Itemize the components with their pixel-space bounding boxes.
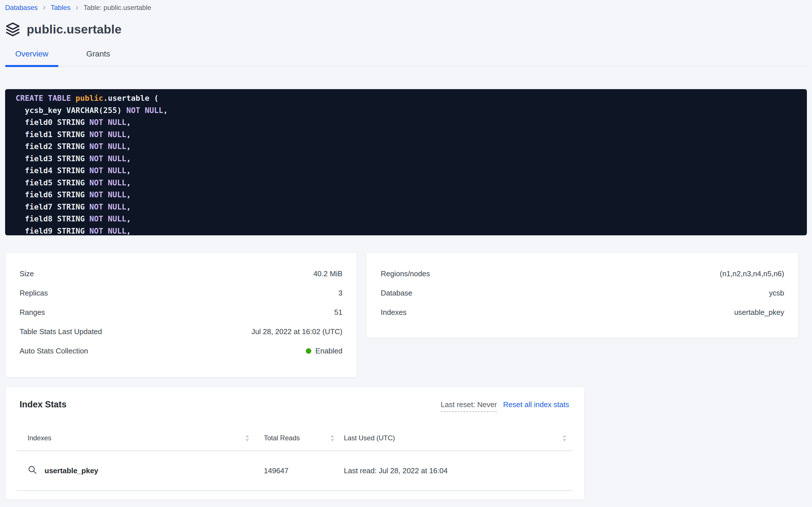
- stat-value: 3: [338, 289, 342, 297]
- sql-token: ,: [126, 178, 131, 187]
- column-header-last-used-utc-[interactable]: Last Used (UTC): [335, 434, 572, 442]
- sql-token: ,: [126, 166, 131, 175]
- last-reset-label[interactable]: Last reset: Never: [441, 400, 497, 412]
- sql-code-line: field8 STRING NOT NULL,: [16, 213, 801, 225]
- search-icon: [27, 465, 37, 476]
- total-reads-cell: 149647: [250, 466, 335, 475]
- stat-value: 40.2 MiB: [313, 269, 342, 278]
- chevron-right-icon: ›: [75, 3, 78, 11]
- stat-value-text: Enabled: [315, 347, 342, 355]
- sql-token: ,: [126, 118, 131, 127]
- breadcrumb-link-tables[interactable]: Tables: [51, 4, 70, 12]
- sql-token: ,: [126, 214, 131, 223]
- column-header-total-reads[interactable]: Total Reads: [250, 434, 335, 442]
- stat-label: Replicas: [19, 289, 48, 297]
- sql-token: ,: [163, 106, 168, 115]
- stat-row: Replicas3: [5, 283, 357, 302]
- stat-value-text: 51: [334, 308, 342, 317]
- stat-row: Auto Stats CollectionEnabled: [5, 341, 357, 360]
- stat-row: Ranges51: [5, 302, 357, 322]
- page-title: public.usertable: [27, 22, 122, 36]
- sort-icon[interactable]: [245, 434, 250, 442]
- stat-label: Size: [19, 269, 34, 278]
- sql-code-line: field4 STRING NOT NULL,: [16, 165, 801, 177]
- stat-value-text: (n1,n2,n3,n4,n5,n6): [720, 269, 784, 278]
- sql-token: field5 STRING: [16, 178, 89, 187]
- stat-value: Jul 28, 2022 at 16:02 (UTC): [251, 327, 342, 336]
- layers-icon: [5, 21, 20, 37]
- stat-row: Indexesusertable_pkey: [367, 302, 798, 322]
- sql-code-line: field5 STRING NOT NULL,: [16, 177, 801, 189]
- sql-code-line: field7 STRING NOT NULL,: [16, 201, 801, 213]
- sql-code-line: field2 STRING NOT NULL,: [16, 140, 801, 153]
- tab-bar: Overview Grants: [5, 49, 807, 66]
- stat-row: Regions/nodes(n1,n2,n3,n4,n5,n6): [367, 264, 798, 283]
- column-header-label: Total Reads: [264, 434, 300, 442]
- index-stats-row: usertable_pkey149647Last read: Jul 28, 2…: [17, 451, 572, 491]
- stat-row: Size40.2 MiB: [5, 264, 357, 283]
- summary-cards: Size40.2 MiBReplicas3Ranges51Table Stats…: [5, 252, 807, 377]
- sql-token: ,: [126, 227, 131, 235]
- stat-row: Table Stats Last UpdatedJul 28, 2022 at …: [5, 322, 357, 341]
- stat-label: Database: [381, 289, 412, 297]
- tab-grants[interactable]: Grants: [75, 49, 121, 66]
- sql-token: ycsb_key VARCHAR(255): [16, 106, 126, 115]
- stat-value: usertable_pkey: [734, 308, 784, 317]
- sql-token: NOT NULL: [89, 130, 126, 139]
- sql-code-line: CREATE TABLE public.usertable (: [16, 92, 801, 105]
- sql-token: ,: [126, 203, 131, 211]
- sql-token: NOT NULL: [89, 214, 126, 223]
- sql-code-line: field0 STRING NOT NULL,: [16, 116, 801, 129]
- stat-value: (n1,n2,n3,n4,n5,n6): [720, 269, 784, 278]
- sql-token: ,: [126, 154, 131, 163]
- sort-icon[interactable]: [330, 434, 335, 442]
- sql-token: field4 STRING: [16, 166, 89, 175]
- stat-label: Ranges: [19, 308, 45, 317]
- column-header-label: Indexes: [27, 434, 51, 442]
- sql-token: ,: [126, 142, 131, 151]
- sql-token: NOT NULL: [89, 203, 126, 211]
- sql-code-line: ycsb_key VARCHAR(255) NOT NULL,: [16, 105, 801, 117]
- stat-label: Indexes: [381, 308, 407, 317]
- column-header-indexes[interactable]: Indexes: [17, 434, 250, 442]
- tab-overview[interactable]: Overview: [5, 49, 58, 66]
- sql-token: NOT NULL: [89, 190, 126, 199]
- reset-index-stats-link[interactable]: Reset all index stats: [503, 400, 569, 409]
- stat-label: Auto Stats Collection: [19, 347, 88, 355]
- stat-value-text: 40.2 MiB: [313, 269, 342, 278]
- sql-code-line: field6 STRING NOT NULL,: [16, 189, 801, 201]
- sql-token: ,: [126, 130, 131, 139]
- stat-value: 51: [334, 308, 342, 317]
- stat-value-text: Jul 28, 2022 at 16:02 (UTC): [251, 327, 342, 336]
- sql-token: public: [75, 94, 103, 103]
- stat-label: Table Stats Last Updated: [19, 327, 102, 336]
- stat-label: Regions/nodes: [381, 269, 430, 278]
- sql-token: field8 STRING: [16, 214, 89, 223]
- index-stats-controls: Last reset: Never Reset all index stats: [441, 399, 569, 412]
- create-table-sql-block: CREATE TABLE public.usertable ( ycsb_key…: [5, 89, 807, 235]
- stat-value: Enabled: [306, 347, 342, 355]
- last-used-cell: Last read: Jul 28, 2022 at 16:04: [335, 466, 572, 475]
- sql-token: CREATE TABLE: [16, 94, 75, 103]
- chevron-right-icon: ›: [43, 3, 46, 11]
- sql-token: field7 STRING: [16, 203, 89, 211]
- sql-code-line: field3 STRING NOT NULL,: [16, 153, 801, 165]
- sql-token: .usertable (: [103, 94, 159, 103]
- index-name: usertable_pkey: [45, 466, 98, 475]
- sql-token: field6 STRING: [16, 190, 89, 199]
- sql-token: NOT NULL: [89, 142, 126, 151]
- index-name-cell[interactable]: usertable_pkey: [17, 465, 250, 476]
- table-details-page: Databases›Tables›Table: public.usertable…: [0, 0, 812, 500]
- sql-token: field0 STRING: [16, 118, 89, 127]
- sql-token: NOT NULL: [89, 154, 126, 163]
- sql-token: ,: [126, 190, 131, 199]
- index-stats-table: IndexesTotal ReadsLast Used (UTC) userta…: [17, 426, 572, 491]
- stat-value-text: ycsb: [769, 289, 784, 297]
- index-stats-card: Index Stats Last reset: Never Reset all …: [5, 387, 584, 500]
- stat-value-text: usertable_pkey: [734, 308, 784, 317]
- breadcrumb-link-databases[interactable]: Databases: [5, 4, 38, 12]
- sort-icon[interactable]: [562, 434, 567, 442]
- sql-token: field2 STRING: [16, 142, 89, 151]
- breadcrumb-current: Table: public.usertable: [83, 4, 151, 12]
- status-dot: [306, 348, 311, 354]
